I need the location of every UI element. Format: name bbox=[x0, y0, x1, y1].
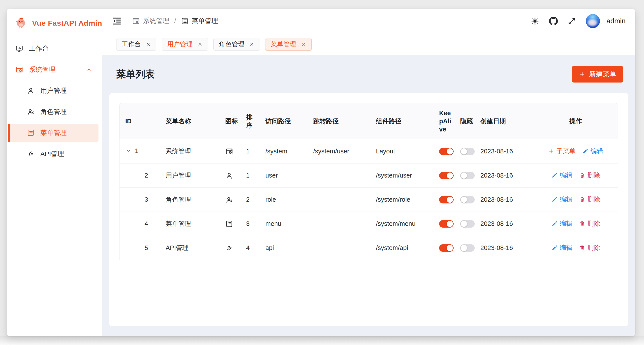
system-icon bbox=[15, 66, 23, 74]
tab-label: 工作台 bbox=[122, 40, 141, 49]
close-icon[interactable] bbox=[249, 42, 254, 47]
tab-label: 角色管理 bbox=[219, 40, 244, 49]
cell-created: 2023-08-16 bbox=[477, 212, 534, 236]
api-icon bbox=[225, 244, 233, 252]
theme-sun-icon[interactable] bbox=[530, 17, 539, 26]
cell-name: API管理 bbox=[162, 236, 222, 260]
main-area: 系统管理 / 菜单管理 bbox=[102, 9, 635, 336]
cell-path: user bbox=[262, 164, 310, 188]
trash-icon bbox=[579, 245, 585, 251]
keepalive-toggle[interactable] bbox=[439, 196, 454, 203]
hidden-toggle[interactable] bbox=[460, 244, 475, 252]
hidden-toggle[interactable] bbox=[460, 172, 475, 179]
cell-path: menu bbox=[262, 212, 310, 236]
sidebar-item-label: 用户管理 bbox=[40, 86, 67, 95]
cell-component: /system/api bbox=[372, 236, 436, 260]
cell-id: 2 bbox=[125, 172, 148, 179]
app-logo[interactable]: Vue FastAPI Admin bbox=[6, 9, 102, 30]
sidebar-menu: 工作台 系统管理 bbox=[6, 40, 102, 163]
topbar-actions: admin bbox=[530, 14, 626, 28]
api-icon bbox=[27, 150, 35, 158]
hidden-toggle[interactable] bbox=[460, 220, 475, 228]
sidebar: Vue FastAPI Admin 工作台 bbox=[6, 9, 102, 336]
sidebar-item-roles[interactable]: 角色管理 bbox=[9, 103, 98, 121]
sidebar-item-label: 系统管理 bbox=[29, 65, 55, 74]
close-icon[interactable] bbox=[146, 42, 151, 47]
cell-path: api bbox=[262, 236, 310, 260]
sidebar-item-workbench[interactable]: 工作台 bbox=[9, 40, 98, 58]
expand-row-icon[interactable] bbox=[125, 148, 132, 154]
hidden-toggle[interactable] bbox=[460, 148, 475, 155]
close-icon[interactable] bbox=[301, 42, 306, 47]
table-row: 2 用户管理 1 user /system/user 2023-08-16 bbox=[119, 164, 618, 188]
add-submenu-button[interactable]: 子菜单 bbox=[548, 147, 576, 156]
cell-name: 角色管理 bbox=[162, 188, 222, 212]
user-avatar[interactable] bbox=[586, 14, 600, 28]
tab-users[interactable]: 用户管理 bbox=[162, 38, 208, 51]
edit-button[interactable]: 编辑 bbox=[582, 147, 603, 156]
sidebar-item-label: API管理 bbox=[40, 149, 64, 158]
cell-component: /system/role bbox=[372, 188, 436, 212]
delete-button[interactable]: 删除 bbox=[579, 243, 600, 252]
close-icon[interactable] bbox=[198, 42, 203, 47]
col-redirect: 跳转路径 bbox=[310, 103, 372, 139]
trash-icon bbox=[579, 196, 585, 203]
breadcrumb-item-system[interactable]: 系统管理 bbox=[132, 17, 169, 26]
tab-menus[interactable]: 菜单管理 bbox=[265, 38, 312, 51]
col-id: ID bbox=[119, 103, 162, 139]
menu-icon bbox=[181, 17, 189, 25]
keepalive-toggle[interactable] bbox=[439, 172, 454, 179]
tab-roles[interactable]: 角色管理 bbox=[214, 38, 260, 51]
user-icon bbox=[225, 172, 233, 180]
sidebar-item-users[interactable]: 用户管理 bbox=[9, 82, 98, 100]
cell-redirect bbox=[310, 188, 372, 212]
breadcrumb-separator: / bbox=[169, 17, 181, 25]
plus-icon bbox=[579, 71, 586, 78]
page-tabs: 工作台 用户管理 角色管理 菜单管理 bbox=[102, 33, 635, 55]
sidebar-collapse-button[interactable] bbox=[112, 16, 122, 26]
pencil-icon bbox=[552, 245, 558, 251]
cell-order: 1 bbox=[242, 139, 262, 164]
role-icon bbox=[27, 108, 35, 116]
github-icon[interactable] bbox=[549, 17, 558, 26]
cell-order: 1 bbox=[242, 164, 262, 188]
create-menu-button[interactable]: 新建菜单 bbox=[572, 66, 623, 83]
sidebar-item-label: 角色管理 bbox=[40, 107, 67, 116]
fullscreen-icon[interactable] bbox=[568, 17, 576, 26]
chevron-up-icon bbox=[86, 66, 92, 73]
edit-button[interactable]: 编辑 bbox=[552, 219, 572, 228]
delete-button[interactable]: 删除 bbox=[579, 219, 600, 228]
username[interactable]: admin bbox=[606, 17, 626, 25]
delete-button[interactable]: 删除 bbox=[579, 171, 600, 180]
cell-path: /system bbox=[262, 139, 310, 164]
delete-button[interactable]: 删除 bbox=[579, 195, 600, 204]
keepalive-toggle[interactable] bbox=[439, 220, 454, 228]
app-window: Vue FastAPI Admin 工作台 bbox=[6, 9, 635, 336]
col-component: 组件路径 bbox=[372, 103, 436, 139]
keepalive-toggle[interactable] bbox=[439, 148, 454, 155]
sidebar-item-system[interactable]: 系统管理 bbox=[9, 61, 98, 79]
edit-button[interactable]: 编辑 bbox=[552, 171, 572, 180]
col-icon: 图标 bbox=[222, 103, 242, 139]
cell-created: 2023-08-16 bbox=[477, 139, 534, 164]
cell-component: Layout bbox=[372, 139, 436, 164]
role-icon bbox=[225, 196, 233, 204]
sidebar-item-label: 工作台 bbox=[29, 44, 49, 53]
create-menu-label: 新建菜单 bbox=[589, 70, 616, 79]
cell-redirect bbox=[310, 212, 372, 236]
col-hidden: 隐藏 bbox=[457, 103, 477, 139]
edit-button[interactable]: 编辑 bbox=[552, 195, 572, 204]
keepalive-toggle[interactable] bbox=[439, 244, 454, 252]
table-row: 5 API管理 4 api /system/api bbox=[119, 236, 618, 260]
col-order: 排序 bbox=[242, 103, 262, 139]
app-title: Vue FastAPI Admin bbox=[32, 19, 102, 28]
tab-workbench[interactable]: 工作台 bbox=[116, 38, 156, 51]
edit-button[interactable]: 编辑 bbox=[552, 243, 572, 252]
hidden-toggle[interactable] bbox=[460, 196, 475, 203]
col-name: 菜单名称 bbox=[162, 103, 222, 139]
sidebar-item-menus[interactable]: 菜单管理 bbox=[9, 124, 98, 142]
sidebar-item-api[interactable]: API管理 bbox=[9, 145, 98, 163]
breadcrumb-item-menu[interactable]: 菜单管理 bbox=[181, 17, 218, 26]
system-icon bbox=[225, 147, 233, 155]
cell-created: 2023-08-16 bbox=[477, 164, 534, 188]
